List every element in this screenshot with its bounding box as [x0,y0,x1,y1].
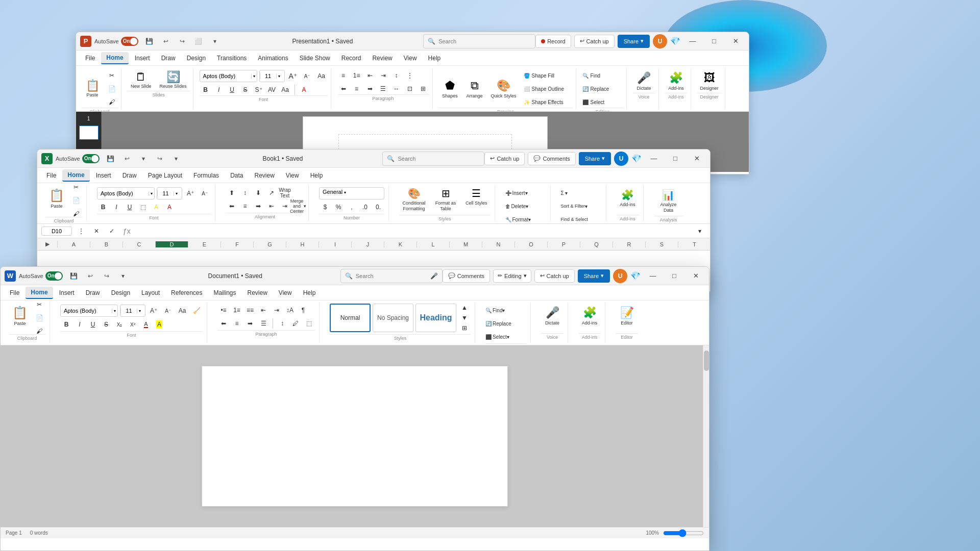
wd-shrink-font-btn[interactable]: A⁻ [162,305,174,316]
ppt-menu-slideshow[interactable]: Slide Show [295,53,335,64]
xl-font-color-btn[interactable]: A [163,202,176,213]
ppt-replace-btn[interactable]: 🔄 Replace [582,83,623,94]
ppt-save-btn[interactable]: 💾 [142,35,157,47]
wd-styles-scroll-down[interactable]: ▼ [458,313,471,323]
ppt-menu-home[interactable]: Home [101,52,128,64]
wd-zoom-slider[interactable] [663,529,704,537]
wd-grow-font-btn[interactable]: A⁺ [148,305,160,316]
xl-sum-btn[interactable]: Σ ▾ [561,187,602,198]
ppt-redo-btn[interactable]: ↪ [175,35,189,47]
xl-align-right-btn[interactable]: ➡ [252,201,264,212]
xl-cond-formatting-btn[interactable]: 🎨 Conditional Formatting [399,186,429,213]
ppt-menu-transitions[interactable]: Transitions [212,53,252,64]
xl-indent-dec-btn[interactable]: ⇤ [265,201,278,212]
ppt-minimize-btn[interactable]: — [683,34,702,48]
xl-fill-color-btn[interactable]: A [150,202,162,213]
xl-wraptext-btn[interactable]: Wrap Text [279,187,291,198]
ppt-font-selector[interactable]: Aptos (Body) ▾ [200,70,257,82]
xl-menu-pagelayout[interactable]: Page Layout [143,170,187,181]
xl-italic-btn[interactable]: I [110,202,122,213]
xl-insert-btn[interactable]: ➕ Insert ▾ [505,187,546,198]
xl-delete-btn[interactable]: 🗑 Delete ▾ [505,201,546,212]
wd-bullet-btn[interactable]: •≡ [217,305,230,316]
wd-fontsize-selector[interactable]: 11 ▾ [120,305,145,317]
ppt-maximize-btn[interactable]: □ [705,34,723,48]
ppt-search-input[interactable] [438,38,531,44]
xl-col-o[interactable]: O [515,241,548,247]
wd-catchup-btn[interactable]: ↩ Catch up [534,269,575,283]
wd-numbering-btn[interactable]: 1≡ [231,305,243,316]
ppt-underline-btn[interactable]: U [226,84,238,95]
wd-minimize-btn[interactable]: — [644,269,662,283]
wd-mic-icon[interactable]: 🎤 [430,272,438,280]
xl-col-m[interactable]: M [450,241,482,247]
ppt-fontsize-selector[interactable]: 11 ▾ [259,70,285,82]
xl-find-select-btn[interactable]: Find & Select [561,214,602,224]
wd-editor-btn[interactable]: 📝 Editor [616,305,638,332]
xl-size-arrow[interactable]: ▾ [174,191,179,196]
ppt-clear-format-btn[interactable]: Aa [315,70,328,82]
xl-more-btn[interactable]: ▾ [169,153,183,165]
xl-redo-btn[interactable]: ↪ [153,153,167,165]
ppt-menu-design[interactable]: Design [182,53,211,64]
ppt-record-btn[interactable]: Record [535,35,571,48]
wd-copilot-icon[interactable]: 💎 [630,271,641,281]
ppt-columns-btn[interactable]: ⋮ [404,70,416,81]
xl-align-top-btn[interactable]: ⬆ [226,187,238,198]
ppt-size-arrow[interactable]: ▾ [276,74,282,79]
wd-addins-btn[interactable]: 🧩 Add-ins [578,305,601,332]
xl-copilot-icon[interactable]: 💎 [631,154,642,163]
wd-doc-canvas[interactable] [202,366,508,507]
xl-num-format-arrow[interactable]: ▾ [344,190,346,195]
ppt-numberbullet-btn[interactable]: 1≡ [351,70,363,81]
wd-normal-style-btn[interactable]: Normal [330,304,371,332]
ppt-more-btn[interactable]: ⬜ [191,35,206,47]
ppt-shrink-font-btn[interactable]: A⁻ [301,70,313,82]
wd-replace-btn[interactable]: 🔄 Replace [485,318,526,329]
ppt-align-center-btn[interactable]: ≡ [351,83,363,94]
ppt-shape-effects-btn[interactable]: ✨ Shape Effects [522,96,573,108]
xl-dec-inc-btn[interactable]: .0 [359,202,371,213]
wd-size-arrow[interactable]: ▾ [137,309,142,313]
ppt-shape-fill-btn[interactable]: 🪣 Shape Fill [522,70,573,81]
ppt-fontcolor-btn[interactable]: A [298,84,310,95]
xl-menu-file[interactable]: File [41,170,61,181]
wd-save-btn[interactable]: 💾 [67,270,81,282]
ppt-undo-btn[interactable]: ↩ [159,35,173,47]
wd-font-selector[interactable]: Aptos (Body) ▾ [60,305,118,317]
wd-show-formatting-btn[interactable]: ¶ [297,305,309,316]
wd-fontcolor-btn[interactable]: A [140,319,152,330]
ppt-smartart-btn[interactable]: ⊞ [417,83,429,94]
ppt-catchup-btn[interactable]: ↩ Catch up [574,35,615,48]
wd-menu-mailings[interactable]: Mailings [208,287,241,298]
ppt-linespace-btn[interactable]: ↕ [390,70,403,81]
xl-col-h[interactable]: H [286,241,319,247]
xl-merge-btn[interactable]: Merge and Center▾ [292,201,304,212]
ppt-quick-styles-btn[interactable]: 🎨 Quick Styles [488,78,520,101]
wd-select-btn[interactable]: ⬛ Select ▾ [485,331,526,342]
xl-formula-input[interactable] [136,227,691,235]
xl-copy-btn[interactable]: 📄 [70,195,82,206]
ppt-textcase-btn[interactable]: Aa [279,84,291,95]
ppt-menu-help[interactable]: Help [423,53,446,64]
ppt-select-btn[interactable]: ⬛ Select [582,96,623,108]
xl-col-s[interactable]: S [646,241,678,247]
xl-undo-btn[interactable]: ↩ [120,153,134,165]
xl-col-b[interactable]: B [90,241,123,247]
ppt-share-btn[interactable]: Share ▾ [618,35,650,48]
xl-cell-styles-btn[interactable]: ☰ Cell Styles [462,186,491,213]
xl-orientation-btn[interactable]: ↗ [265,187,278,198]
wd-underline-btn[interactable]: U [87,319,99,330]
ppt-align-right-btn[interactable]: ➡ [364,83,376,94]
wd-search-input[interactable] [356,273,427,279]
ppt-menu-record[interactable]: Record [336,53,366,64]
xl-format-btn[interactable]: 🔧 Format ▾ [505,214,546,224]
xl-save-btn[interactable]: 💾 [104,153,118,165]
xl-underline-btn[interactable]: U [124,202,136,213]
wd-no-spacing-style-btn[interactable]: No Spacing [373,304,413,332]
wd-justify-btn[interactable]: ☰ [257,318,270,329]
wd-align-center-btn[interactable]: ≡ [231,318,243,329]
wd-avatar[interactable]: U [613,269,627,283]
xl-col-l[interactable]: L [417,241,450,247]
xl-menu-review[interactable]: Review [249,170,279,181]
